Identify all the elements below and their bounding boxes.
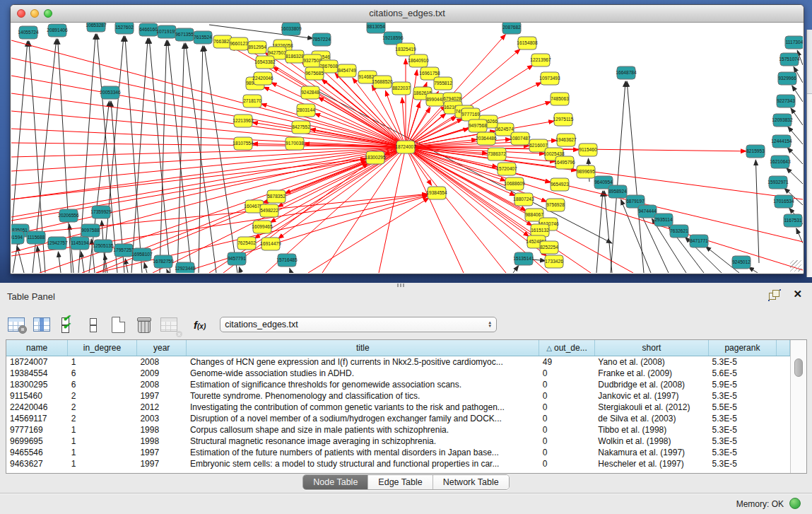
graph-node[interactable]: 12213967 xyxy=(530,54,551,66)
graph-node[interactable]: 12942757 xyxy=(47,237,68,250)
table-selector[interactable]: citations_edges.txt ▲▼ xyxy=(220,317,497,332)
tab-edge-table[interactable]: Edge Table xyxy=(368,475,433,489)
table-row[interactable]: 1938455462009Genome-wide association stu… xyxy=(6,368,790,379)
table-row[interactable]: 1872400712008Changes of HCN gene express… xyxy=(6,356,790,368)
table-cell[interactable]: 22420046 xyxy=(6,402,68,413)
graph-node[interactable]: 9899695 xyxy=(577,165,595,178)
table-cell[interactable]: 1 xyxy=(68,436,137,447)
new-column-icon[interactable] xyxy=(107,314,129,335)
graph-node[interactable]: 9675685 xyxy=(305,67,324,80)
table-cell[interactable]: Estimation of significance thresholds fo… xyxy=(187,379,539,390)
table-cell[interactable]: 1 xyxy=(68,356,137,368)
column-header-name[interactable]: name xyxy=(6,340,68,356)
table-cell[interactable]: 5.3E-5 xyxy=(709,436,777,447)
graph-node[interactable]: 10719195 xyxy=(156,25,177,38)
column-header-short[interactable]: short xyxy=(594,340,708,356)
graph-node[interactable]: 18807243 xyxy=(513,193,534,206)
table-cell[interactable]: Tourette syndrome. Phenomenology and cla… xyxy=(187,390,539,402)
table-cell[interactable]: 9115460 xyxy=(6,390,68,402)
graph-node[interactable]: 1527602 xyxy=(115,23,134,34)
graph-node[interactable]: 2087682 xyxy=(502,23,521,34)
table-cell[interactable]: 9699695 xyxy=(6,436,68,447)
graph-node[interactable]: 1145194 xyxy=(71,237,89,250)
table-cell[interactable]: Jankovic et al. (1997) xyxy=(594,390,708,402)
table-cell[interactable]: 2 xyxy=(68,390,137,402)
graph-node[interactable]: 8454749 xyxy=(338,64,356,77)
table-cell[interactable]: 18300295 xyxy=(6,379,68,390)
graph-node[interactable]: 18325419 xyxy=(395,43,416,56)
network-canvas[interactable]: 1405572420891406106532871527602646616010… xyxy=(11,23,803,273)
table-cell[interactable]: Yano et al. (2008) xyxy=(594,356,708,368)
graph-node[interactable]: 10653287 xyxy=(86,23,107,32)
table-cell[interactable]: 2012 xyxy=(136,402,187,413)
table-cell[interactable]: 1 xyxy=(68,447,137,458)
table-cell[interactable]: 5.3E-5 xyxy=(709,447,777,458)
graph-node[interactable]: 7386372 xyxy=(488,148,506,160)
graph-node[interactable]: 5878352 xyxy=(267,190,286,203)
graph-node[interactable]: 8471771 xyxy=(690,235,708,247)
table-cell[interactable]: 19384554 xyxy=(6,368,68,379)
table-cell[interactable]: Nakamura et al. (1997) xyxy=(594,447,708,458)
table-row[interactable]: 2242004622012Investigating the contribut… xyxy=(6,402,790,413)
table-cell[interactable]: Wolkin et al. (1998) xyxy=(594,436,708,447)
graph-node[interactable]: 7615524 xyxy=(194,31,212,44)
table-cell[interactable]: Estimation of the future numbers of pati… xyxy=(187,447,539,458)
table-cell[interactable]: 1 xyxy=(68,424,137,436)
graph-node[interactable]: 15716485 xyxy=(276,254,298,267)
table-cell[interactable]: 2009 xyxy=(136,368,187,379)
graph-node[interactable]: 9777169 xyxy=(461,108,480,121)
table-cell[interactable]: 0 xyxy=(539,368,595,379)
table-cell[interactable]: 0 xyxy=(539,413,595,424)
table-row[interactable]: 946554611997Estimation of the future num… xyxy=(6,447,790,458)
graph-node[interactable]: 20891406 xyxy=(47,24,68,37)
graph-node[interactable]: 19463627 xyxy=(555,134,577,146)
table-cell[interactable]: 2 xyxy=(68,413,137,424)
graph-node[interactable]: 18300295 xyxy=(365,151,386,164)
column-header-title[interactable]: title xyxy=(187,340,539,356)
table-cell[interactable] xyxy=(776,356,789,368)
graph-node[interactable]: 9660123 xyxy=(230,37,248,50)
table-cell[interactable]: 5.3E-5 xyxy=(709,413,777,424)
table-cell[interactable]: Embryonic stem cells: a model to study s… xyxy=(187,458,539,469)
table-cell[interactable]: 0 xyxy=(539,458,595,469)
table-cell[interactable]: Tibbo et al. (1998) xyxy=(594,424,708,436)
graph-node[interactable]: 8912954 xyxy=(248,41,266,54)
graph-node[interactable]: 16543382 xyxy=(254,56,276,69)
graph-node[interactable]: 8990448 xyxy=(426,93,445,106)
graph-node[interactable]: 6466160 xyxy=(139,23,158,36)
delete-table-icon[interactable]: x xyxy=(158,314,180,335)
column-header-year[interactable]: year xyxy=(136,340,187,356)
graph-node[interactable]: 16914479 xyxy=(260,238,281,250)
graph-node[interactable]: 12975115 xyxy=(553,113,574,126)
graph-node[interactable]: 20053346 xyxy=(100,86,121,99)
delete-columns-icon[interactable] xyxy=(133,314,154,335)
float-window-icon[interactable] xyxy=(768,289,781,302)
table-cell[interactable]: 5.5E-5 xyxy=(709,402,777,413)
graph-node[interactable]: 14055724 xyxy=(18,26,39,39)
table-cell[interactable]: 0 xyxy=(539,424,595,436)
table-cell[interactable]: 2003 xyxy=(136,413,187,424)
table-cell[interactable] xyxy=(776,458,789,469)
table-row[interactable]: 977716911998Corpus callosum shape and si… xyxy=(6,424,790,436)
graph-node[interactable]: 1117304 xyxy=(785,36,803,49)
table-cell[interactable] xyxy=(776,402,789,413)
graph-node[interactable]: 17359929 xyxy=(90,206,112,218)
table-cell[interactable]: 0 xyxy=(539,390,595,402)
graph-node[interactable]: 15135141 xyxy=(513,252,534,265)
graph-node[interactable]: 22420046 xyxy=(252,72,273,85)
graph-node[interactable]: 12505135 xyxy=(93,240,114,252)
column-header-pagerank[interactable]: pagerank xyxy=(709,340,777,356)
column-header-in_degree[interactable]: in_degree xyxy=(68,340,137,356)
graph-node[interactable]: 16958107 xyxy=(131,248,153,261)
graph-node[interactable]: 9756928 xyxy=(546,199,565,211)
tab-node-table[interactable]: Node Table xyxy=(303,475,368,489)
graph-node[interactable]: 9474444 xyxy=(638,205,657,218)
graph-node[interactable]: 8813054 xyxy=(367,23,385,33)
table-cell[interactable] xyxy=(776,424,789,436)
graph-node[interactable]: 9227343 xyxy=(777,95,795,107)
table-cell[interactable]: Dudbridge et al. (2008) xyxy=(594,379,708,390)
table-row[interactable]: 946362711997Embryonic stem cells: a mode… xyxy=(6,458,790,469)
table-cell[interactable]: Stergiakouli et al. (2012) xyxy=(594,402,708,413)
graph-node[interactable]: 7955812 xyxy=(434,77,452,90)
graph-node[interactable]: 391594 xyxy=(11,231,24,244)
